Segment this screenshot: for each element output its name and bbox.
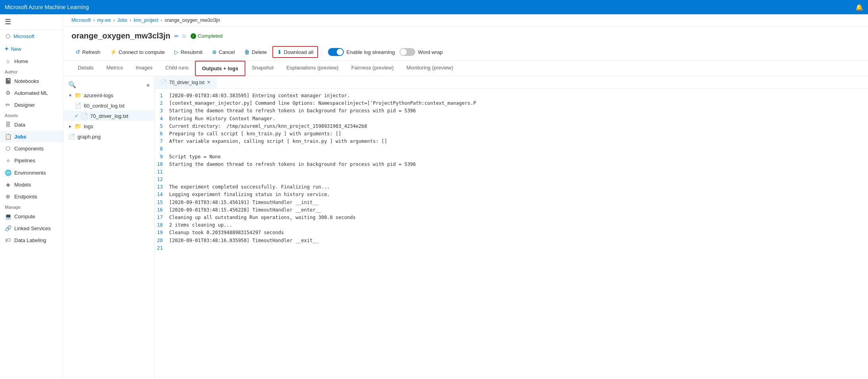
word-wrap-toggle[interactable]: [399, 48, 415, 56]
sidebar-item-models[interactable]: ◈ Models: [0, 179, 63, 190]
sidebar-item-components[interactable]: ⬡ Components: [0, 142, 63, 154]
log-streaming-toggle[interactable]: [328, 48, 344, 56]
sidebar-item-jobs[interactable]: 📋 Jobs: [0, 131, 63, 142]
manage-section-label: Manage: [0, 202, 63, 210]
sidebar-item-notebooks[interactable]: 📓 Notebooks: [0, 75, 63, 87]
sidebar-item-automated-ml[interactable]: ⚙ Automated ML: [0, 87, 63, 99]
notebooks-icon: 📓: [5, 78, 11, 84]
tree-file-graph-png[interactable]: 📄 graph.png: [64, 131, 154, 142]
line-number: 1: [155, 92, 169, 100]
tree-file-70-driver-log[interactable]: ✓ 📄 70_driver_log.txt: [64, 111, 154, 121]
line-number: 11: [155, 168, 169, 176]
line-text: The experiment completed successfully. F…: [169, 183, 330, 191]
edit-icon[interactable]: ✏: [174, 33, 179, 39]
tab-fairness[interactable]: Fairness (preview): [345, 61, 400, 76]
main-content: Microsoft › my-ws › Jobs › knn_project ›…: [64, 14, 868, 379]
sidebar-item-microsoft[interactable]: ⬡ Microsoft: [0, 30, 63, 42]
line-text: Script type = None: [169, 153, 221, 161]
sidebar: ☰ ⬡ Microsoft + New ⌂ Home Author 📓 Note…: [0, 14, 64, 379]
tab-details[interactable]: Details: [71, 61, 100, 76]
line-text: Starting the daemon thread to refresh to…: [169, 161, 416, 168]
author-section-label: Author: [0, 67, 63, 75]
collapse-icon[interactable]: «: [147, 82, 150, 88]
sidebar-item-linked-services[interactable]: 🔗 Linked Services: [0, 222, 63, 234]
line-number: 12: [155, 176, 169, 183]
sidebar-item-pipelines[interactable]: ⟡ Pipelines: [0, 154, 63, 167]
star-icon[interactable]: ☆: [181, 33, 187, 39]
log-line: 11: [155, 168, 868, 176]
content-area: 🔍 « ▼ 📁 azureml-logs 📄 60_control_log.tx…: [64, 76, 868, 379]
log-line: 10Starting the daemon thread to refresh …: [155, 161, 868, 168]
log-line: 8: [155, 145, 868, 153]
log-line: 12: [155, 176, 868, 183]
download-icon: ⬇: [277, 49, 282, 55]
tree-folder-azureml-logs[interactable]: ▼ 📁 azureml-logs: [64, 90, 154, 100]
tab-metrics[interactable]: Metrics: [100, 61, 129, 76]
connect-to-compute-button[interactable]: ⚡ Connect to compute: [106, 47, 169, 57]
line-text: Cleaning up all outstanding Run operatio…: [169, 214, 356, 221]
tab-child-runs[interactable]: Child runs: [159, 61, 195, 76]
endpoints-icon: ⊕: [5, 193, 11, 200]
app-title: Microsoft Azure Machine Learning: [5, 4, 89, 10]
tab-monitoring[interactable]: Monitoring (preview): [400, 61, 460, 76]
tab-images[interactable]: Images: [129, 61, 159, 76]
sidebar-item-compute[interactable]: 💻 Compute: [0, 210, 63, 222]
line-number: 18: [155, 221, 169, 229]
sidebar-item-home[interactable]: ⌂ Home: [0, 55, 63, 67]
line-number: 8: [155, 145, 169, 153]
sidebar-item-data-labeling[interactable]: 🏷 Data Labeling: [0, 234, 63, 246]
log-body[interactable]: 1[2020-09-01T03:48:03.383595] Entering c…: [155, 89, 868, 379]
word-wrap-label: Word wrap: [418, 49, 443, 55]
line-text: [2020-09-01T03:48:15.456191] TimeoutHand…: [169, 199, 318, 206]
log-streaming-label: Enable log streaming: [346, 49, 395, 55]
breadcrumb-microsoft[interactable]: Microsoft: [71, 17, 91, 23]
refresh-button[interactable]: ↺ Refresh: [71, 47, 104, 57]
breadcrumb-jobs[interactable]: Jobs: [117, 17, 127, 23]
download-all-button[interactable]: ⬇ Download all: [272, 46, 318, 58]
breadcrumb-knn-project[interactable]: knn_project: [134, 17, 158, 23]
breadcrumb: Microsoft › my-ws › Jobs › knn_project ›…: [64, 14, 868, 27]
status-dot: ✓: [191, 33, 196, 39]
line-number: 16: [155, 206, 169, 214]
close-tab-icon[interactable]: ✕: [207, 80, 210, 85]
data-labeling-icon: 🏷: [5, 237, 11, 243]
log-file-icon: 📄: [160, 79, 167, 85]
refresh-icon: ↺: [75, 49, 80, 55]
breadcrumb-my-ws[interactable]: my-ws: [97, 17, 111, 23]
search-icon[interactable]: 🔍: [68, 81, 76, 88]
line-text: Entering Run History Context Manager.: [169, 115, 275, 123]
line-number: 6: [155, 130, 169, 138]
line-number: 14: [155, 191, 169, 198]
word-wrap-knob: [400, 49, 407, 55]
log-line: 6Preparing to call script [ knn_train.py…: [155, 130, 868, 138]
tab-snapshot[interactable]: Snapshot: [245, 61, 280, 76]
sidebar-item-endpoints[interactable]: ⊕ Endpoints: [0, 190, 63, 202]
resubmit-button[interactable]: ▷ Resubmit: [170, 47, 206, 57]
breadcrumb-sep-4: ›: [161, 17, 162, 23]
new-button[interactable]: + New: [0, 42, 63, 55]
delete-button[interactable]: 🗑 Delete: [240, 47, 271, 57]
pipelines-icon: ⟡: [5, 157, 11, 164]
tab-explanations[interactable]: Explanations (preview): [280, 61, 345, 76]
log-tab-70-driver[interactable]: 📄 70_driver_log.txt ✕: [155, 76, 216, 88]
sidebar-item-environments[interactable]: 🌐 Environments: [0, 167, 63, 179]
hamburger-icon[interactable]: ☰: [5, 17, 11, 26]
line-number: 10: [155, 161, 169, 168]
line-number: 3: [155, 107, 169, 115]
sidebar-item-designer[interactable]: ✏ Designer: [0, 99, 63, 111]
components-icon: ⬡: [5, 145, 11, 152]
log-tab-bar: 📄 70_driver_log.txt ✕: [155, 76, 868, 89]
log-line: 19Cleanup took 0.20339488983154297 secon…: [155, 229, 868, 237]
tree-file-60-control-log[interactable]: 📄 60_control_log.txt: [64, 100, 154, 111]
tree-folder-logs[interactable]: ► 📁 logs: [64, 121, 154, 131]
resubmit-icon: ▷: [174, 49, 179, 55]
file-icon-selected: 📄: [81, 113, 88, 119]
environments-icon: 🌐: [5, 169, 11, 176]
sidebar-item-data[interactable]: 🗄 Data: [0, 119, 63, 131]
folder-icon: 📁: [75, 92, 81, 98]
toolbar-divider: [321, 47, 322, 57]
status-text: Completed: [198, 33, 223, 39]
tab-outputs-logs[interactable]: Outputs + logs: [195, 61, 245, 76]
bell-icon[interactable]: 🔔: [855, 4, 863, 11]
cancel-button[interactable]: ⊗ Cancel: [208, 47, 239, 57]
